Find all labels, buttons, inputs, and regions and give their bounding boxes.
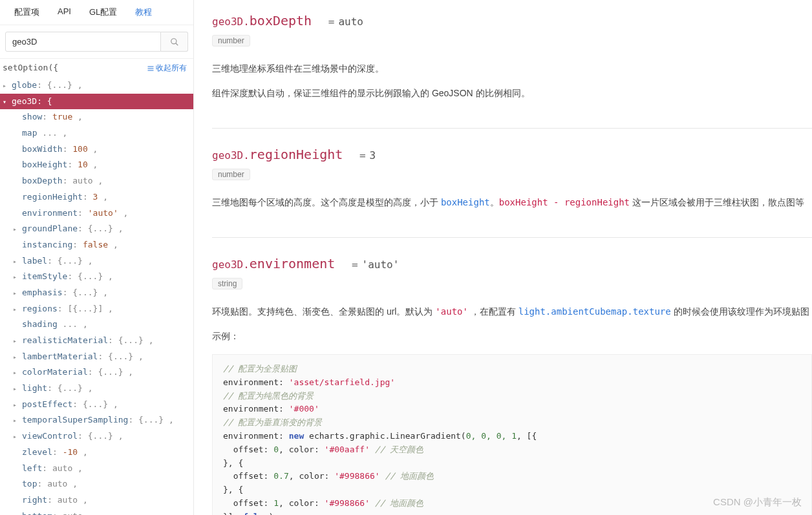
- caret-icon: ▸: [13, 303, 19, 315]
- inline-code: 'auto': [435, 306, 468, 317]
- link-boxHeight[interactable]: boxHeight: [441, 197, 490, 207]
- tree-item-boxHeight[interactable]: boxHeight: 10 ,: [0, 157, 193, 173]
- option-tree: ▸globe: {...} ,▾geo3D: {show: true ,map …: [0, 78, 193, 515]
- sidebar: 配置项APIGL配置教程 setOption({ 收起所有 ▸globe: {.…: [0, 0, 194, 515]
- caret-icon: ▸: [13, 399, 19, 411]
- tree-item-boxWidth[interactable]: boxWidth: 100 ,: [0, 142, 193, 158]
- sig-prop[interactable]: environment: [250, 256, 335, 271]
- tree-item-left[interactable]: left: auto ,: [0, 461, 193, 477]
- sig-namespace[interactable]: geo3D.: [212, 258, 250, 271]
- signature: geo3D.environment ='auto': [212, 256, 812, 271]
- section-regionHeight: geo3D.regionHeight =3 number 三维地图每个区域的高度…: [212, 128, 812, 237]
- tree-item-postEffect[interactable]: ▸postEffect: {...} ,: [0, 397, 193, 413]
- code-example: // 配置为全景贴图 environment: 'asset/starfield…: [212, 354, 812, 515]
- tree-item-itemStyle[interactable]: ▸itemStyle: {...} ,: [0, 269, 193, 285]
- caret-icon: ▸: [13, 430, 19, 443]
- tree-item-regions[interactable]: ▸regions: [{...}] ,: [0, 301, 193, 317]
- link-ambientCubemap[interactable]: light.ambientCubemap.texture: [518, 306, 671, 317]
- type-tag: string: [212, 278, 242, 289]
- caret-icon: ▾: [3, 96, 9, 108]
- inline-code: boxHeight - regionHeight: [499, 197, 630, 207]
- sig-default: 'auto': [362, 258, 400, 271]
- main-content: geo3D.boxDepth =auto number 三维地理坐标系组件在三维…: [194, 0, 812, 515]
- tree-item-colorMaterial[interactable]: ▸colorMaterial: {...} ,: [0, 364, 193, 381]
- tree-item-zlevel[interactable]: zlevel: -10 ,: [0, 445, 193, 461]
- tree-item-show[interactable]: show: true ,: [0, 109, 193, 125]
- tree-item-label[interactable]: ▸label: {...} ,: [0, 253, 193, 269]
- description: 三维地图每个区域的高度。这个高度是模型的高度，小于 boxHeight。boxH…: [212, 193, 812, 211]
- collapse-icon: [147, 65, 155, 72]
- tree-item-light[interactable]: ▸light: {...} ,: [0, 381, 193, 397]
- caret-icon: ▸: [13, 414, 19, 426]
- caret-icon: ▸: [13, 255, 19, 268]
- type-tag: number: [212, 169, 250, 180]
- tree-item-viewControl[interactable]: ▸viewControl: {...} ,: [0, 428, 193, 445]
- description: 环境贴图。支持纯色、渐变色、全景贴图的 url。默认为 'auto' ，在配置有…: [212, 302, 812, 345]
- tree-item-realisticMaterial[interactable]: ▸realisticMaterial: {...} ,: [0, 333, 193, 349]
- tree-item-shading[interactable]: shading ... ,: [0, 317, 193, 333]
- caret-icon: ▸: [3, 79, 9, 92]
- description: 三维地理坐标系组件在三维场景中的深度。 组件深度默认自动，保证三维组件的显示比例…: [212, 59, 812, 102]
- sig-default: auto: [338, 16, 363, 28]
- section-environment: geo3D.environment ='auto' string 环境贴图。支持…: [212, 237, 812, 515]
- svg-point-0: [171, 38, 176, 43]
- setoption-label: setOption({: [3, 63, 58, 74]
- tree-item-boxDepth[interactable]: boxDepth: auto ,: [0, 173, 193, 189]
- tab-API[interactable]: API: [48, 0, 80, 25]
- caret-icon: ▸: [13, 223, 19, 235]
- tree-item-right[interactable]: right: auto ,: [0, 492, 193, 509]
- signature: geo3D.boxDepth =auto: [212, 13, 812, 28]
- tree-item-temporalSuperSampling[interactable]: ▸temporalSuperSampling: {...} ,: [0, 412, 193, 428]
- caret-icon: ▸: [13, 335, 19, 347]
- caret-icon: ▸: [13, 271, 19, 283]
- tab-配置项[interactable]: 配置项: [5, 0, 48, 25]
- tree-item-top[interactable]: top: auto ,: [0, 476, 193, 492]
- caret-icon: ▸: [13, 351, 19, 363]
- sig-namespace[interactable]: geo3D.: [212, 149, 250, 162]
- tree-item-environment[interactable]: environment: 'auto' ,: [0, 205, 193, 222]
- sig-prop[interactable]: boxDepth: [250, 13, 312, 28]
- sig-default: 3: [370, 149, 376, 162]
- tree-item-map[interactable]: map ... ,: [0, 125, 193, 142]
- caret-icon: ▸: [13, 287, 19, 299]
- tree-item-regionHeight[interactable]: regionHeight: 3 ,: [0, 189, 193, 205]
- tab-GL配置[interactable]: GL配置: [80, 0, 126, 25]
- tree-item-geo3D[interactable]: ▾geo3D: {: [0, 94, 193, 110]
- caret-icon: ▸: [13, 383, 19, 395]
- tree-item-lambertMaterial[interactable]: ▸lambertMaterial: {...} ,: [0, 349, 193, 365]
- type-tag: number: [212, 35, 250, 47]
- tabs: 配置项APIGL配置教程: [0, 0, 193, 25]
- search-row: [0, 25, 193, 59]
- setoption-row: setOption({ 收起所有: [0, 59, 193, 78]
- tree-item-globe[interactable]: ▸globe: {...} ,: [0, 78, 193, 94]
- search-button[interactable]: [161, 32, 188, 52]
- svg-line-1: [175, 43, 178, 45]
- tree-item-emphasis[interactable]: ▸emphasis: {...} ,: [0, 285, 193, 301]
- search-icon: [170, 37, 179, 47]
- tree-item-groundPlane[interactable]: ▸groundPlane: {...} ,: [0, 221, 193, 237]
- section-boxDepth: geo3D.boxDepth =auto number 三维地理坐标系组件在三维…: [212, 13, 812, 128]
- sig-namespace[interactable]: geo3D.: [212, 16, 250, 28]
- tab-教程[interactable]: 教程: [126, 0, 161, 25]
- collapse-all-link[interactable]: 收起所有: [147, 63, 187, 74]
- caret-icon: ▸: [13, 366, 19, 379]
- signature: geo3D.regionHeight =3: [212, 147, 812, 162]
- tree-item-bottom[interactable]: bottom: auto ,: [0, 509, 193, 515]
- sig-prop[interactable]: regionHeight: [250, 147, 343, 162]
- search-input[interactable]: [5, 32, 161, 52]
- tree-item-instancing[interactable]: instancing: false ,: [0, 237, 193, 253]
